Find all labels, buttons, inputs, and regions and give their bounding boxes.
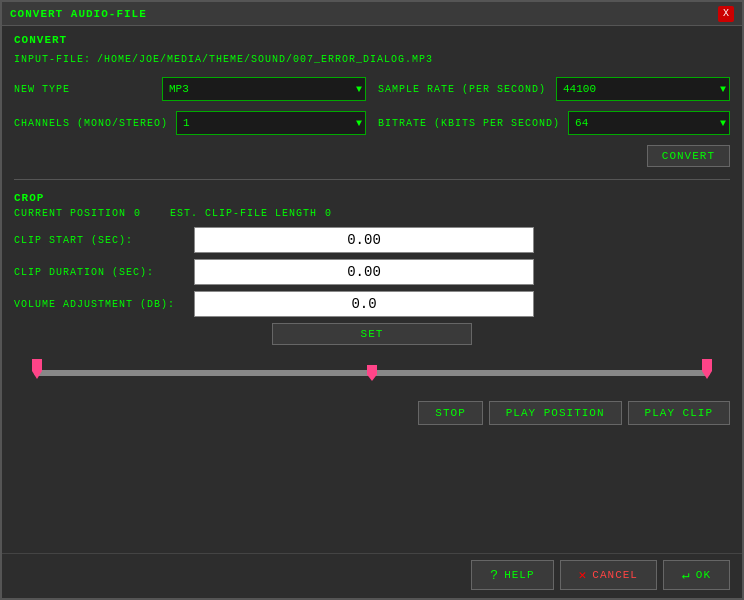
sample-rate-group: SAMPLE RATE (PER SECOND) 44100 22050 110… [378, 77, 730, 101]
input-file-row: INPUT-FILE: /HOME/JOE/MEDIA/THEME/SOUND/… [14, 54, 730, 65]
left-handle-shape [32, 359, 42, 379]
help-button[interactable]: ? HELP [471, 560, 553, 590]
input-file-label: INPUT-FILE: [14, 54, 91, 65]
current-position-label: CURRENT POSITION [14, 208, 126, 219]
playback-buttons: STOP PLAY POSITION PLAY CLIP [14, 401, 730, 425]
audio-slider[interactable] [14, 353, 730, 393]
new-type-label: NEW TYPE [14, 84, 154, 95]
slider-left-handle[interactable] [30, 359, 44, 387]
clip-duration-input[interactable] [194, 259, 534, 285]
bitrate-select-wrapper: 64 128 192 256 320 ▼ [568, 111, 730, 135]
channels-group: CHANNELS (MONO/STEREO) 1 2 ▼ [14, 111, 366, 135]
channels-label: CHANNELS (MONO/STEREO) [14, 118, 168, 129]
slider-center-marker[interactable] [367, 365, 377, 381]
channels-select-wrapper: 1 2 ▼ [176, 111, 366, 135]
window-title: CONVERT AUDIO-FILE [10, 8, 147, 20]
help-icon: ? [490, 568, 499, 583]
bitrate-group: BITRATE (KBITS PER SECOND) 64 128 192 25… [378, 111, 730, 135]
play-position-button[interactable]: PLAY POSITION [489, 401, 622, 425]
new-type-select[interactable]: MP3 WAV OGG FLAC [162, 77, 366, 101]
ok-icon: ↵ [682, 567, 691, 583]
sample-rate-label: SAMPLE RATE (PER SECOND) [378, 84, 548, 95]
volume-adjustment-row: VOLUME ADJUSTMENT (DB): [14, 291, 730, 317]
cancel-button[interactable]: ✕ CANCEL [560, 560, 657, 590]
crop-section: CROP CURRENT POSITION 0 EST. CLIP-FILE L… [14, 192, 730, 429]
ok-label: OK [696, 569, 711, 581]
volume-adjustment-label: VOLUME ADJUSTMENT (DB): [14, 299, 194, 310]
new-type-select-wrapper: MP3 WAV OGG FLAC ▼ [162, 77, 366, 101]
cancel-label: CANCEL [592, 569, 638, 581]
clip-start-input[interactable] [194, 227, 534, 253]
bitrate-label: BITRATE (KBITS PER SECOND) [378, 118, 560, 129]
set-btn-row: SET [14, 323, 730, 345]
sample-rate-select[interactable]: 44100 22050 11025 8000 [556, 77, 730, 101]
volume-adjustment-input[interactable] [194, 291, 534, 317]
current-position-item: CURRENT POSITION 0 [14, 208, 140, 219]
main-content: CONVERT INPUT-FILE: /HOME/JOE/MEDIA/THEM… [2, 26, 742, 553]
new-type-group: NEW TYPE MP3 WAV OGG FLAC ▼ [14, 77, 366, 101]
channels-bitrate-row: CHANNELS (MONO/STEREO) 1 2 ▼ BITRATE (KB… [14, 111, 730, 135]
help-label: HELP [504, 569, 534, 581]
sample-rate-select-wrapper: 44100 22050 11025 8000 ▼ [556, 77, 730, 101]
stop-button[interactable]: STOP [418, 401, 482, 425]
slider-right-handle[interactable] [700, 359, 714, 387]
convert-section-label: CONVERT [14, 34, 730, 46]
title-bar: CONVERT AUDIO-FILE X [2, 2, 742, 26]
crop-position-row: CURRENT POSITION 0 EST. CLIP-FILE LENGTH… [14, 208, 730, 219]
section-divider [14, 179, 730, 180]
right-handle-shape [702, 359, 712, 379]
close-button[interactable]: X [718, 6, 734, 22]
est-clip-label: EST. CLIP-FILE LENGTH [170, 208, 317, 219]
set-button[interactable]: SET [272, 323, 472, 345]
ok-button[interactable]: ↵ OK [663, 560, 730, 590]
convert-btn-row: CONVERT [14, 145, 730, 167]
main-window: CONVERT AUDIO-FILE X CONVERT INPUT-FILE:… [0, 0, 744, 600]
clip-start-row: CLIP START (SEC): [14, 227, 730, 253]
est-clip-item: EST. CLIP-FILE LENGTH 0 [170, 208, 331, 219]
current-position-value: 0 [134, 208, 140, 219]
play-clip-button[interactable]: PLAY CLIP [628, 401, 730, 425]
input-file-path: /HOME/JOE/MEDIA/THEME/SOUND/007_ERROR_DI… [97, 54, 433, 65]
convert-button[interactable]: CONVERT [647, 145, 730, 167]
footer-buttons: ? HELP ✕ CANCEL ↵ OK [2, 553, 742, 598]
est-clip-value: 0 [325, 208, 331, 219]
type-samplerate-row: NEW TYPE MP3 WAV OGG FLAC ▼ SAMPLE RATE … [14, 77, 730, 101]
channels-select[interactable]: 1 2 [176, 111, 366, 135]
clip-start-label: CLIP START (SEC): [14, 235, 194, 246]
center-marker-shape [367, 365, 377, 381]
bitrate-select[interactable]: 64 128 192 256 320 [568, 111, 730, 135]
crop-section-label: CROP [14, 192, 730, 204]
cancel-icon: ✕ [579, 567, 588, 583]
clip-duration-label: CLIP DURATION (SEC): [14, 267, 194, 278]
clip-duration-row: CLIP DURATION (SEC): [14, 259, 730, 285]
